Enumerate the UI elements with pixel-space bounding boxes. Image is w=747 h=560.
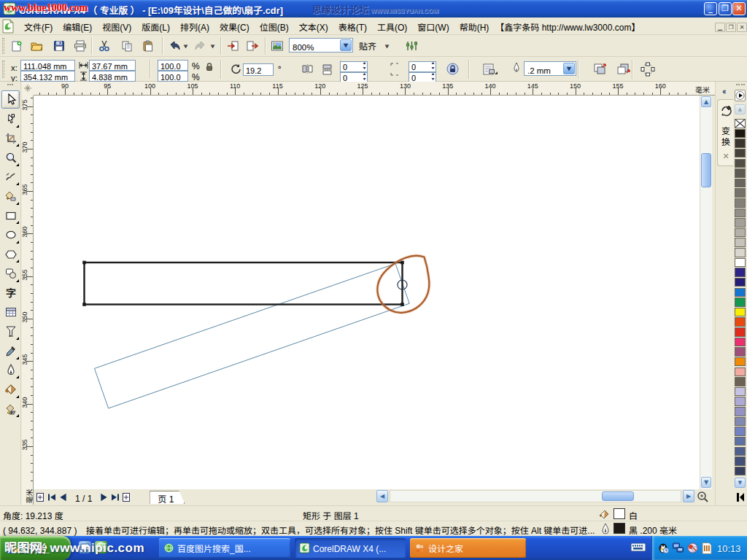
swatch-#ffffff[interactable] — [735, 258, 746, 268]
swatch-#9593c5[interactable] — [735, 407, 746, 416]
vertical-scrollbar[interactable]: ▲ ▼ — [700, 96, 712, 489]
tool-text[interactable]: 字 — [1, 284, 20, 302]
open-button[interactable] — [29, 38, 45, 54]
menu-edit[interactable]: 编辑(E) — [58, 18, 97, 35]
nonproportional-lock-icon[interactable] — [205, 62, 214, 71]
import-button[interactable] — [225, 38, 241, 54]
export-button[interactable] — [244, 38, 260, 54]
swatch-#c6c2e3[interactable] — [735, 387, 746, 397]
tool-interactive-blend[interactable] — [1, 322, 20, 341]
swatch-#e94a0f[interactable] — [735, 317, 746, 327]
scroll-up-button[interactable]: ▲ — [701, 96, 711, 107]
object-width-field[interactable] — [89, 60, 136, 71]
swatch-#414f79[interactable] — [735, 456, 746, 466]
palette-expand-button[interactable] — [735, 491, 746, 503]
taskbar-task-baidu-images[interactable]: 百度图片搜索_国... — [159, 538, 290, 558]
toolbar-grip[interactable] — [2, 38, 4, 54]
swatch-#9f5078[interactable] — [735, 347, 746, 357]
menu-tools[interactable]: 工具(O) — [372, 18, 412, 35]
tray-qq-icon[interactable] — [657, 542, 670, 554]
scale-horizontal-field[interactable] — [158, 60, 188, 71]
docker-collapse-button[interactable]: « — [718, 85, 731, 97]
taskbar-task-coreldraw[interactable]: CorelDRAW X4 (... — [295, 538, 406, 558]
swatch-#524e47[interactable] — [735, 159, 746, 168]
swatch-#2d2488[interactable] — [735, 268, 746, 277]
menu-bitmaps[interactable]: 位图(B) — [255, 18, 294, 35]
swatch-#de2c1d[interactable] — [735, 327, 746, 337]
mdi-restore-button[interactable]: ❐ — [726, 23, 736, 32]
tray-network-icon[interactable] — [672, 542, 684, 554]
swatch-#c6c3bc[interactable] — [735, 238, 746, 247]
paste-button[interactable] — [140, 38, 156, 54]
tool-smart-fill[interactable] — [1, 187, 20, 206]
swatch-#1b1812[interactable] — [735, 129, 746, 139]
menu-text[interactable]: 文本(X) — [294, 18, 333, 35]
swatch-#6a665f[interactable] — [735, 179, 746, 188]
swatch-none[interactable] — [735, 119, 746, 128]
swatch-#8088b3[interactable] — [735, 417, 746, 427]
mdi-close-button[interactable]: ✕ — [737, 23, 747, 32]
first-page-button[interactable] — [47, 491, 57, 503]
selection-handle[interactable] — [82, 303, 86, 306]
tool-zoom[interactable] — [1, 149, 20, 167]
selected-rectangle[interactable] — [85, 262, 403, 305]
redo-dropdown-arrow[interactable]: ▼ — [209, 39, 216, 53]
scroll-down-button[interactable]: ▼ — [701, 477, 711, 488]
mirror-horizontal-button[interactable] — [301, 63, 314, 74]
object-height-field[interactable] — [89, 71, 136, 82]
palette-grip[interactable] — [736, 84, 745, 88]
options-button[interactable] — [403, 38, 419, 54]
tool-eyedropper[interactable] — [1, 342, 20, 360]
print-button[interactable] — [72, 38, 88, 54]
scroll-left-button[interactable]: ◀ — [376, 490, 388, 502]
selection-handle[interactable] — [400, 303, 404, 306]
swatch-#ed2e6f[interactable] — [735, 338, 746, 347]
horizontal-scroll-thumb[interactable] — [602, 491, 634, 501]
to-front-button[interactable] — [593, 63, 607, 75]
undo-dropdown-arrow[interactable]: ▼ — [182, 39, 189, 53]
swatch-#241e79[interactable] — [735, 278, 746, 287]
mirror-vertical-button[interactable] — [322, 63, 333, 76]
tray-document-icon[interactable] — [701, 542, 713, 554]
add-page-end-button[interactable] — [121, 491, 132, 503]
tool-pick[interactable] — [1, 90, 20, 109]
swatch-#3a362f[interactable] — [735, 139, 746, 148]
new-document-button[interactable] — [8, 38, 24, 54]
swatch-#139850[interactable] — [735, 298, 746, 307]
horizontal-scrollbar[interactable] — [390, 490, 681, 502]
taskbar-task-design-home[interactable]: 设计之家 — [410, 538, 526, 558]
swatch-#f7ee00[interactable] — [735, 308, 746, 317]
outline-width-combo[interactable]: .2 mm▼ — [524, 61, 576, 76]
swatch-#5e71a5[interactable] — [735, 437, 746, 446]
tool-fill[interactable] — [1, 381, 20, 399]
tool-crop[interactable] — [1, 129, 20, 147]
swatch-#36405e[interactable] — [735, 467, 746, 476]
outline-width-arrow[interactable]: ▼ — [563, 63, 575, 74]
zoom-combo-arrow[interactable]: ▼ — [340, 39, 352, 51]
swatch-#d9d6d0[interactable] — [735, 248, 746, 257]
tool-table[interactable] — [1, 303, 20, 322]
tool-rectangle[interactable] — [1, 206, 20, 225]
tool-interactive-fill[interactable] — [1, 400, 20, 418]
swatch-#50608e[interactable] — [735, 447, 746, 456]
zoom-page-button[interactable] — [696, 490, 709, 503]
snap-to-dropdown-arrow[interactable]: ▼ — [384, 39, 390, 53]
menu-table[interactable]: 表格(T) — [333, 18, 372, 35]
scroll-right-button[interactable]: ▶ — [683, 490, 694, 502]
swatch-#7282c3[interactable] — [735, 427, 746, 436]
swatch-#5e5a53[interactable] — [735, 168, 746, 178]
horizontal-ruler[interactable]: 9095100105110115120125130135140145150155… — [22, 82, 715, 96]
zoom-level-combo[interactable]: 800%▼ — [289, 38, 353, 52]
swatch-#76726b[interactable] — [735, 188, 746, 198]
snap-to-button[interactable]: 贴齐 — [359, 39, 376, 52]
mdi-minimize-button[interactable]: ▁ — [715, 23, 725, 32]
menu-view[interactable]: 视图(V) — [97, 18, 136, 35]
input-method-keyboard-icon[interactable] — [630, 542, 646, 553]
swatch-#6c6256[interactable] — [735, 377, 746, 386]
cut-button[interactable] — [96, 38, 112, 54]
window-close-button[interactable]: ✕ — [732, 2, 746, 15]
window-restore-button[interactable]: ❐ — [719, 2, 732, 15]
tool-polygon[interactable] — [1, 245, 20, 263]
redo-button[interactable] — [193, 38, 209, 54]
add-page-start-button[interactable] — [35, 491, 46, 503]
